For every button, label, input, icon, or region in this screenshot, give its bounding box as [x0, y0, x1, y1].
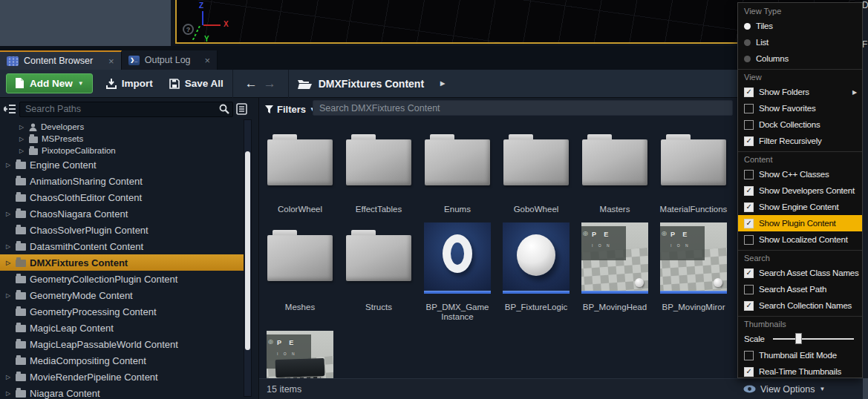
tab-close-icon[interactable]: ×: [108, 56, 114, 67]
menu-item-tiles[interactable]: Tiles: [738, 18, 862, 34]
expander-icon[interactable]: ▷: [18, 148, 25, 154]
asset-tile-gobowheel[interactable]: GoboWheel: [497, 125, 575, 214]
breadcrumb-chevron-icon[interactable]: ▶: [440, 80, 445, 87]
tree-item-niagara-content[interactable]: ▷Niagara Content: [0, 385, 245, 399]
asset-label: BP_MovingHead: [583, 303, 647, 312]
thumbnail-scale-slider[interactable]: [773, 338, 854, 340]
tab-close-icon[interactable]: ×: [205, 55, 211, 66]
asset-tile-bp-movingmiror[interactable]: ◎P EI O NBP_MovingMiror: [654, 222, 733, 322]
slider-handle[interactable]: [795, 333, 802, 344]
collapse-sources-icon[interactable]: [4, 104, 16, 115]
tree-item-mspresets[interactable]: ▷MSPresets: [0, 133, 245, 145]
radio-icon: [744, 23, 751, 30]
asset-label: GoboWheel: [514, 205, 559, 214]
forward-button[interactable]: →: [261, 76, 279, 91]
folder-icon: [16, 325, 26, 332]
tile-art: [346, 222, 411, 294]
view-options-button[interactable]: View Options ▼: [743, 384, 825, 395]
menu-item-search-asset-path[interactable]: Search Asset Path: [738, 281, 862, 297]
asset-tile-colorwheel[interactable]: ColorWheel: [261, 125, 339, 214]
menu-item-show-localized-content[interactable]: Show Localized Content: [738, 231, 862, 248]
tree-scrollbar-thumb[interactable]: [245, 151, 250, 350]
asset-label: BP_DMX_Game Instance: [420, 303, 495, 322]
tree-scrollbar[interactable]: [244, 119, 252, 397]
expander-icon[interactable]: ▷: [4, 390, 12, 397]
filters-button[interactable]: Filters ▼: [265, 104, 316, 115]
tree-item-magicleap-content[interactable]: ▷MagicLeap Content: [0, 320, 245, 336]
edge-fragment-top: D: [863, 0, 868, 10]
menu-item-label: Show C++ Classes: [759, 170, 829, 179]
menu-item-show-developers-content[interactable]: ✓Show Developers Content: [738, 182, 862, 199]
menu-item-filter-recursively[interactable]: ✓Filter Recursively: [738, 133, 862, 149]
tree-item-mediacompositing-content[interactable]: ▷MediaCompositing Content: [0, 352, 245, 369]
breadcrumb[interactable]: DMXFixtures Content ▶: [298, 78, 446, 90]
viewport-help-icon[interactable]: ?: [183, 24, 194, 35]
menu-section-header: Search: [738, 251, 862, 265]
tree-item-animationsharing-content[interactable]: ▷AnimationSharing Content: [0, 173, 245, 189]
expander-icon[interactable]: ▷: [4, 211, 12, 217]
sphere-small-graphic: [714, 278, 722, 287]
tree-item-chaossolverplugin-content[interactable]: ▷ChaosSolverPlugin Content: [0, 222, 245, 238]
asset-tile-masters[interactable]: Masters: [575, 125, 654, 214]
expander-icon[interactable]: ▷: [4, 374, 12, 380]
menu-item-show-engine-content[interactable]: ✓Show Engine Content: [738, 199, 862, 215]
menu-item-scale[interactable]: Scale: [738, 331, 862, 347]
asset-tile-bp-dmx-game-instance[interactable]: BP_DMX_Game Instance: [418, 222, 497, 322]
asset-tile-enums[interactable]: Enums: [418, 125, 497, 214]
tree-item-movierenderpipeline-content[interactable]: ▷MovieRenderPipeline Content: [0, 369, 245, 385]
menu-item-search-asset-class-names[interactable]: ✓Search Asset Class Names: [738, 265, 862, 281]
tree-item-geometryprocessing-content[interactable]: ▷GeometryProcessing Content: [0, 303, 245, 320]
expander-icon[interactable]: ▷: [4, 292, 12, 299]
asset-tile-bp-fixturelogic[interactable]: BP_FixtureLogic: [497, 222, 575, 322]
tree-item-geometrymode-content[interactable]: ▷GeometryMode Content: [0, 287, 245, 303]
menu-item-show-plugin-content[interactable]: ✓Show Plugin Content: [738, 215, 862, 231]
tab-output-log[interactable]: ❯_Output Log×: [122, 50, 218, 70]
light-fixture-graphic: [275, 358, 325, 377]
asset-tile-effecttables[interactable]: EffectTables: [339, 125, 418, 214]
menu-item-dock-collections[interactable]: Dock Collections: [738, 116, 862, 133]
search-paths-input[interactable]: [19, 102, 233, 117]
tile-art: [425, 125, 490, 185]
tile-art: ◎P EI O N: [660, 222, 727, 294]
tree-item-chaosclotheditor-content[interactable]: ▷ChaosClothEditor Content: [0, 189, 245, 205]
tree-item-dmxfixtures-content[interactable]: ▷DMXFixtures Content: [0, 254, 245, 271]
folder-thumbnail-icon: [503, 139, 569, 185]
menu-item-list[interactable]: List: [738, 34, 862, 50]
tree-item-geometrycollectionplugin-content[interactable]: ▷GeometryCollectionPlugin Content: [0, 271, 245, 287]
expander-icon[interactable]: ▷: [4, 162, 12, 168]
menu-item-columns[interactable]: Columns: [738, 50, 862, 67]
saved-searches-icon[interactable]: [236, 103, 247, 115]
import-button[interactable]: Import: [106, 78, 153, 89]
back-button[interactable]: ←: [242, 76, 261, 91]
expander-icon[interactable]: ▷: [18, 124, 25, 131]
menu-item-thumbnail-edit-mode[interactable]: Thumbnail Edit Mode: [738, 347, 862, 363]
menu-section-header: Thumbnails: [738, 317, 862, 331]
view-options-label: View Options: [760, 384, 815, 395]
expander-icon[interactable]: ▷: [18, 136, 25, 142]
menu-item-label: Filter Recursively: [759, 136, 822, 145]
menu-item-search-collection-names[interactable]: ✓Search Collection Names: [738, 297, 862, 314]
tree-item-chaosniagara-content[interactable]: ▷ChaosNiagara Content: [0, 205, 245, 222]
tree-item-engine-content[interactable]: ▷Engine Content: [0, 156, 245, 173]
search-assets-input[interactable]: [313, 100, 733, 116]
tree-item-label: MagicLeap Content: [30, 323, 114, 334]
add-new-button[interactable]: Add New ▼: [6, 73, 93, 93]
tile-art: [582, 125, 647, 185]
tree-item-pixotopecalibration[interactable]: ▷PixotopeCalibration: [0, 145, 245, 156]
menu-item-show-favorites[interactable]: Show Favorites: [738, 100, 862, 116]
tree-item-magicleappassableworld-content[interactable]: ▷MagicLeapPassableWorld Content: [0, 336, 245, 352]
asset-tile-structs[interactable]: Structs: [339, 222, 418, 322]
expander-icon[interactable]: ▷: [4, 243, 12, 250]
tab-content-browser[interactable]: Content Browser×: [0, 50, 122, 70]
menu-item-show-c-classes[interactable]: Show C++ Classes: [738, 166, 862, 182]
asset-tile-meshes[interactable]: Meshes: [261, 222, 339, 322]
expander-icon[interactable]: ▷: [4, 260, 12, 266]
menu-item-show-folders[interactable]: ✓Show Folders▶: [738, 84, 862, 100]
tree-item-datasmithcontent-content[interactable]: ▷DatasmithContent Content: [0, 238, 245, 254]
tree-item-label: GeometryMode Content: [30, 290, 133, 301]
asset-tile-bp-movinghead[interactable]: ◎P EI O NBP_MovingHead: [575, 222, 654, 322]
save-all-button[interactable]: Save All: [169, 78, 223, 89]
tree-item-developers[interactable]: ▷Developers: [0, 121, 245, 133]
menu-item-real-time-thumbnails[interactable]: ✓Real-Time Thumbnails: [738, 363, 862, 380]
asset-tile-materialfunctions[interactable]: MaterialFunctions: [654, 125, 733, 214]
